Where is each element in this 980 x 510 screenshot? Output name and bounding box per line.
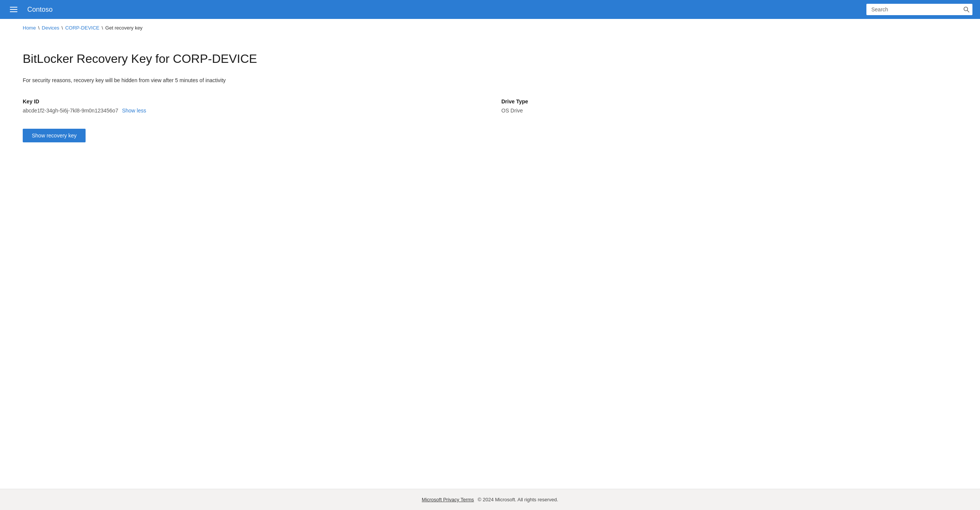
breadcrumb-sep-1: \	[38, 25, 40, 31]
menu-hamburger-button[interactable]	[8, 5, 20, 14]
breadcrumb-sep-2: \	[62, 25, 63, 31]
key-section: Key ID abcde1f2-34gh-5i6j-7kl8-9m0n12345…	[23, 99, 957, 114]
brand-title: Contoso	[27, 6, 866, 14]
breadcrumb-sep-3: \	[102, 25, 103, 31]
drive-type-label: Drive Type	[501, 99, 957, 105]
page-title: BitLocker Recovery Key for CORP-DEVICE	[23, 52, 957, 66]
content-area: BitLocker Recovery Key for CORP-DEVICE F…	[0, 37, 980, 489]
security-notice: For security reasons, recovery key will …	[23, 77, 957, 83]
drive-type-field: Drive Type OS Drive	[501, 99, 957, 114]
search-icon	[963, 6, 969, 13]
key-id-value-row: abcde1f2-34gh-5i6j-7kl8-9m0n123456o7 Sho…	[23, 108, 479, 114]
show-recovery-key-button[interactable]: Show recovery key	[23, 129, 86, 142]
privacy-terms-link[interactable]: Microsoft Privacy Terms	[422, 497, 474, 502]
search-button[interactable]	[963, 6, 969, 13]
key-id-field: Key ID abcde1f2-34gh-5i6j-7kl8-9m0n12345…	[23, 99, 479, 114]
main-wrapper: Home \ Devices \ CORP-DEVICE \ Get recov…	[0, 19, 980, 489]
search-input[interactable]	[866, 4, 972, 15]
footer: Microsoft Privacy Terms © 2024 Microsoft…	[0, 489, 980, 510]
key-id-value: abcde1f2-34gh-5i6j-7kl8-9m0n123456o7	[23, 108, 118, 114]
show-less-link[interactable]: Show less	[122, 108, 146, 114]
drive-type-value: OS Drive	[501, 108, 957, 114]
copyright-text: © 2024 Microsoft. All rights reserved.	[478, 497, 558, 502]
key-id-label: Key ID	[23, 99, 479, 105]
breadcrumb-home[interactable]: Home	[23, 25, 36, 31]
svg-line-1	[967, 11, 969, 13]
header: Contoso	[0, 0, 980, 19]
breadcrumb-devices[interactable]: Devices	[41, 25, 59, 31]
breadcrumb-device[interactable]: CORP-DEVICE	[65, 25, 99, 31]
breadcrumb-current: Get recovery key	[105, 25, 142, 31]
search-container	[866, 4, 972, 15]
breadcrumb: Home \ Devices \ CORP-DEVICE \ Get recov…	[0, 19, 980, 37]
